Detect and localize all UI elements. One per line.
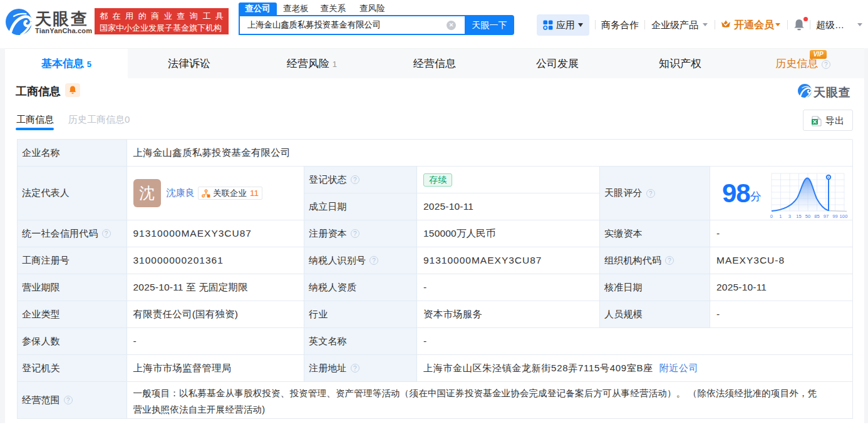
svg-text:15: 15: [796, 213, 802, 219]
svg-text:0: 0: [770, 213, 773, 219]
svg-text:1: 1: [779, 213, 782, 219]
svg-text:99: 99: [832, 213, 838, 219]
svg-text:3: 3: [788, 213, 791, 219]
svg-text:100: 100: [839, 213, 847, 219]
svg-text:97: 97: [824, 213, 829, 219]
svg-text:85: 85: [814, 213, 820, 219]
svg-text:50: 50: [805, 213, 811, 219]
